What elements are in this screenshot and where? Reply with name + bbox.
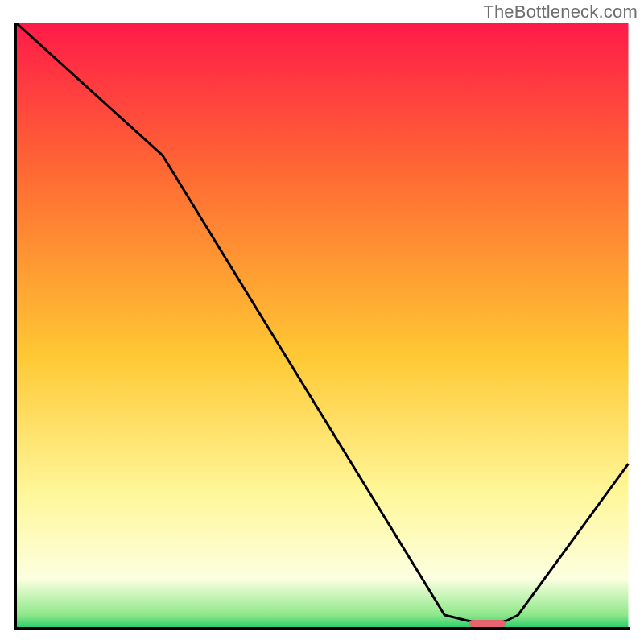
optimal-range-marker: [469, 620, 506, 627]
chart-svg: [14, 23, 630, 630]
bottleneck-chart: [14, 23, 630, 630]
watermark-text: TheBottleneck.com: [483, 2, 638, 23]
gradient-background: [16, 23, 629, 627]
